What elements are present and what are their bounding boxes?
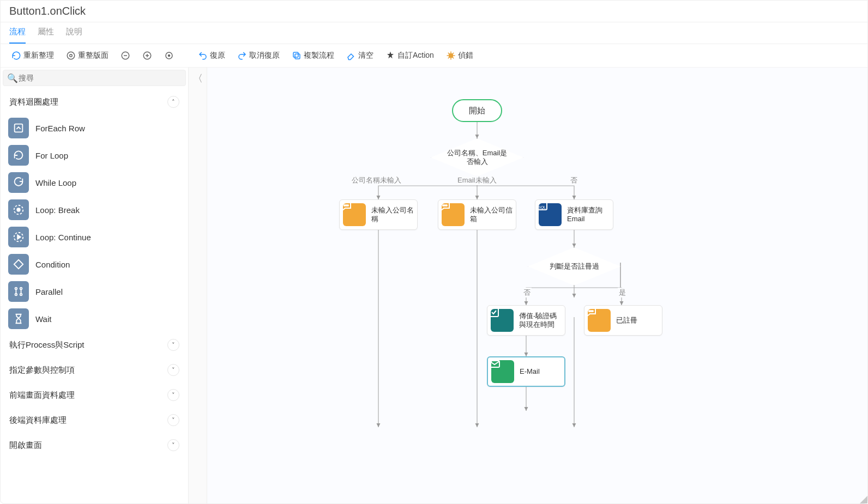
tab-attributes[interactable]: 屬性 [38, 27, 54, 44]
toolbar-undo[interactable]: 復原 [195, 50, 228, 62]
svg-point-21 [444, 205, 445, 206]
cat-loops[interactable]: 資料迴圈處理 ˄ [6, 89, 183, 114]
palette-foreach[interactable]: ForEach Row [6, 114, 183, 142]
edge-label: Email未輸入 [456, 175, 498, 185]
svg-point-22 [446, 205, 447, 206]
toolbar-clear[interactable]: 清空 [343, 50, 377, 62]
sql-icon: SQL [539, 203, 562, 226]
toolbar-custom[interactable]: 自訂Action [382, 50, 437, 62]
cat-process[interactable]: 執行Process與Script ˅ [6, 332, 183, 357]
flow-setvalue[interactable]: 傳值-驗證碼與現在時間 [487, 305, 565, 336]
target-icon [164, 51, 174, 60]
flow-start[interactable]: 開始 [452, 99, 502, 122]
star-icon [385, 51, 395, 60]
bug-icon [446, 51, 456, 60]
palette-forloop[interactable]: For Loop [6, 142, 183, 169]
palette-continue[interactable]: Loop: Continue [6, 223, 183, 251]
palette-condition[interactable]: Condition [6, 251, 183, 278]
palette-label: Parallel [35, 287, 63, 296]
palette-wait[interactable]: Wait [6, 305, 183, 332]
svg-point-11 [17, 208, 20, 211]
palette-label: Loop: Break [35, 205, 80, 215]
toolbar-redo-label: 取消復原 [249, 51, 280, 60]
chevron-left-icon: 〈 [193, 72, 203, 85]
palette-search: 🔍 [1, 68, 188, 88]
email-icon [491, 360, 514, 383]
palette-label: For Loop [35, 151, 68, 160]
search-icon: 🔍 [7, 73, 18, 83]
svg-point-26 [589, 311, 590, 312]
forloop-icon [8, 145, 29, 166]
page-title: Button1.onClick [1, 1, 867, 22]
toolbar-layout-label: 重整版面 [78, 51, 108, 60]
cat-back[interactable]: 後端資料庫處理 ˅ [6, 408, 183, 433]
toolbar-zoomin[interactable] [139, 50, 155, 62]
cat-label: 執行Process與Script [9, 340, 85, 350]
svg-point-13 [15, 288, 17, 290]
toolbar-copy[interactable]: 複製流程 [288, 50, 337, 62]
palette-parallel[interactable]: Parallel [6, 278, 183, 305]
cat-open[interactable]: 開啟畫面 ˅ [6, 433, 183, 458]
svg-point-19 [347, 205, 348, 206]
message-icon [442, 203, 465, 226]
palette-list[interactable]: 資料迴圈處理 ˄ ForEach Row For Loop While Loop [1, 88, 188, 503]
flow-msg-no-name[interactable]: 未輸入公司名稱 [339, 199, 418, 230]
edge-label: 否 [569, 175, 578, 185]
svg-rect-25 [490, 308, 498, 317]
svg-text:SQL: SQL [538, 205, 546, 210]
svg-point-17 [344, 205, 345, 206]
chevron-down-icon: ˅ [167, 414, 179, 426]
toolbar-target[interactable] [161, 50, 177, 62]
toolbar-layout[interactable]: 重整版面 [63, 50, 112, 62]
toolbar-debug[interactable]: 偵錯 [443, 50, 477, 62]
svg-point-28 [592, 311, 593, 312]
refresh-icon [11, 51, 21, 60]
break-icon [8, 199, 29, 220]
continue-icon [8, 227, 29, 247]
palette-label: Loop: Continue [35, 233, 91, 242]
toolbar-zoomout[interactable] [117, 50, 134, 62]
palette-break[interactable]: Loop: Break [6, 196, 183, 223]
svg-rect-7 [293, 52, 298, 57]
chevron-up-icon: ˄ [167, 96, 179, 108]
tab-flow[interactable]: 流程 [9, 27, 26, 44]
edge-label: 是 [618, 288, 627, 297]
palette-label: Wait [35, 314, 51, 324]
cat-front[interactable]: 前端畫面資料處理 ˅ [6, 382, 183, 408]
toolbar-clear-label: 清空 [358, 51, 373, 60]
svg-point-16 [20, 294, 22, 296]
chevron-down-icon: ˅ [167, 389, 179, 401]
eraser-icon [346, 51, 356, 60]
flow-msg-registered[interactable]: 已註冊 [584, 305, 662, 336]
setvalue-icon [491, 309, 514, 332]
toolbar-copy-label: 複製流程 [304, 51, 334, 60]
search-input[interactable] [3, 70, 186, 86]
tab-help[interactable]: 說明 [66, 27, 82, 44]
resize-handle[interactable] [860, 496, 867, 503]
foreach-icon [8, 118, 29, 138]
copy-icon [292, 51, 302, 60]
toolbar-refresh-label: 重新整理 [23, 51, 54, 60]
svg-point-5 [168, 55, 170, 57]
palette-label: ForEach Row [35, 124, 85, 133]
tabs-bar: 流程 屬性 說明 [1, 22, 867, 44]
cat-label: 前端畫面資料處理 [9, 390, 75, 400]
minus-circle-icon [120, 51, 130, 60]
svg-point-15 [15, 294, 17, 296]
sidebar-collapse[interactable]: 〈 [189, 68, 207, 503]
toolbar-refresh[interactable]: 重新整理 [8, 50, 57, 62]
cat-label: 資料迴圈處理 [9, 97, 58, 107]
toolbar-redo[interactable]: 取消復原 [234, 50, 283, 62]
chevron-down-icon: ˅ [167, 439, 179, 451]
flow-canvas[interactable]: 開始 公司名稱、Email是否輸入 公司名稱未輸入 Email未輸入 否 未輸入… [207, 68, 867, 503]
flow-db-query[interactable]: SQL 資料庫查詢Email [535, 199, 613, 230]
toolbar-custom-label: 自訂Action [397, 51, 434, 60]
flow-email[interactable]: E-Mail [487, 356, 565, 387]
palette-while[interactable]: While Loop [6, 169, 183, 196]
svg-point-18 [346, 205, 347, 206]
toolbar: 重新整理 重整版面 復原 取消復原 複製流程 清空 [1, 44, 867, 68]
svg-point-20 [443, 205, 444, 206]
flow-msg-no-email[interactable]: 未輸入公司信箱 [438, 199, 516, 230]
svg-rect-6 [295, 54, 300, 59]
cat-params[interactable]: 指定參數與控制項 ˅ [6, 357, 183, 382]
